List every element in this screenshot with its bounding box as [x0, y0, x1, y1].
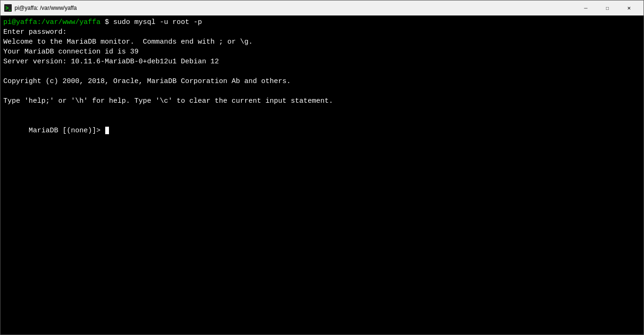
line-server-version: Server version: 10.11.6-MariaDB-0+deb12u… — [3, 57, 641, 67]
terminal-body[interactable]: pi@yaffa:/var/www/yaffa $ sudo mysql -u … — [0, 15, 644, 335]
terminal-window: pi@yaffa: /var/www/yaffa ─ □ ✕ pi@yaffa:… — [0, 0, 644, 335]
close-button[interactable]: ✕ — [618, 0, 640, 15]
terminal-icon — [4, 4, 12, 12]
mariadb-prompt-line: MariaDB [(none)]> — [3, 116, 641, 145]
mariadb-prompt: MariaDB [(none)]> — [29, 127, 105, 135]
command-line: pi@yaffa:/var/www/yaffa $ sudo mysql -u … — [3, 17, 641, 27]
titlebar: pi@yaffa: /var/www/yaffa ─ □ ✕ — [0, 0, 644, 15]
prompt-user: pi@yaffa: — [3, 18, 41, 26]
svg-rect-2 — [9, 10, 11, 11]
cursor-blink — [105, 127, 109, 134]
minimize-button[interactable]: ─ — [575, 0, 597, 15]
line-welcome: Welcome to the MariaDB monitor. Commands… — [3, 37, 641, 47]
line-blank3 — [3, 106, 641, 116]
line-copyright: Copyright (c) 2000, 2018, Oracle, MariaD… — [3, 76, 641, 86]
window-title: pi@yaffa: /var/www/yaffa — [15, 5, 575, 11]
maximize-button[interactable]: □ — [597, 0, 618, 15]
line-connection-id: Your MariaDB connection id is 39 — [3, 47, 641, 57]
line-enter-password: Enter password: — [3, 27, 641, 37]
prompt-symbol: $ — [101, 18, 113, 26]
command-text: sudo mysql -u root -p — [113, 18, 202, 26]
window-controls: ─ □ ✕ — [575, 0, 640, 15]
line-help: Type 'help;' or '\h' for help. Type '\c'… — [3, 96, 641, 106]
line-blank1 — [3, 67, 641, 76]
prompt-path: /var/www/yaffa — [41, 18, 101, 26]
line-blank2 — [3, 86, 641, 96]
